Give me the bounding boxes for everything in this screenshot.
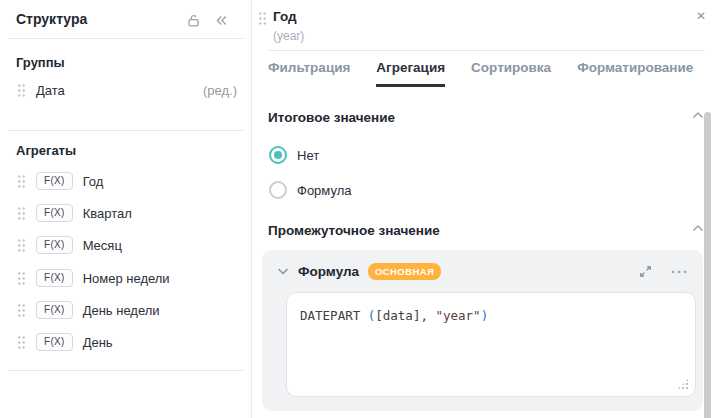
tab-bar: Фильтрация Агрегация Сортировка Форматир…	[268, 60, 693, 87]
chevron-down-icon[interactable]	[277, 267, 289, 276]
field-editor-panel: Год (year) ✕ Фильтрация Агрегация Сортир…	[251, 0, 717, 418]
chevron-up-icon[interactable]	[692, 111, 704, 120]
group-row-data[interactable]: Дата (ред.)	[17, 80, 237, 100]
radio-unselected-icon[interactable]	[269, 181, 287, 199]
lock-icon[interactable]	[186, 13, 201, 28]
aggregate-row-year[interactable]: F(X) Год	[17, 170, 103, 192]
formula-badge: F(X)	[36, 333, 73, 351]
formula-card-header: Формула ОСНОВНАЯ ···	[262, 250, 703, 280]
drag-handle-icon[interactable]	[17, 174, 26, 188]
aggregate-row-day[interactable]: F(X) День	[17, 331, 113, 353]
formula-badge: F(X)	[36, 204, 73, 222]
intermediate-value-heading: Промежуточное значение	[268, 223, 440, 238]
group-label: Дата	[36, 83, 65, 98]
formula-badge: F(X)	[36, 301, 73, 319]
total-value-heading: Итоговое значение	[268, 110, 395, 125]
divider	[8, 370, 244, 371]
formula-block-title: Формула	[298, 264, 359, 279]
drag-handle-icon[interactable]	[17, 303, 26, 317]
drag-handle-icon[interactable]	[258, 11, 267, 25]
aggregates-heading: Агрегаты	[16, 143, 76, 158]
drag-handle-icon[interactable]	[17, 83, 26, 97]
divider	[8, 38, 244, 39]
formula-badge: F(X)	[36, 236, 73, 254]
panel-scrollbar[interactable]	[704, 112, 711, 418]
resize-grip-icon[interactable]	[677, 378, 689, 390]
tab-sorting[interactable]: Сортировка	[471, 60, 551, 87]
radio-option-formula[interactable]: Формула	[269, 181, 351, 199]
groups-heading: Группы	[16, 55, 65, 70]
aggregate-label: День	[83, 335, 113, 350]
radio-selected-icon[interactable]	[269, 146, 287, 164]
chevron-up-icon[interactable]	[692, 224, 704, 233]
formula-card: Формула ОСНОВНАЯ ··· DATEPART ([data], "…	[262, 250, 703, 411]
divider	[268, 50, 705, 51]
formula-badge: F(X)	[36, 172, 73, 190]
radio-option-none[interactable]: Нет	[269, 146, 319, 164]
drag-handle-icon[interactable]	[17, 206, 26, 220]
formula-code: DATEPART ([data], "year")	[300, 308, 488, 323]
structure-sidebar: Структура Группы Дата (ред.) Агрегаты F(…	[0, 0, 251, 418]
main-badge: ОСНОВНАЯ	[368, 263, 441, 280]
more-options-icon[interactable]: ···	[671, 267, 689, 277]
tab-aggregation[interactable]: Агрегация	[376, 60, 445, 87]
edit-group-link[interactable]: (ред.)	[203, 83, 237, 98]
drag-handle-icon[interactable]	[17, 238, 26, 252]
radio-label: Нет	[297, 148, 319, 163]
aggregate-row-week-number[interactable]: F(X) Номер недели	[17, 267, 170, 289]
aggregate-label: Квартал	[83, 206, 132, 221]
aggregate-row-weekday[interactable]: F(X) День недели	[17, 299, 160, 321]
radio-label: Формула	[297, 183, 351, 198]
aggregate-row-quarter[interactable]: F(X) Квартал	[17, 202, 132, 224]
divider	[8, 130, 244, 131]
sidebar-title: Структура	[16, 11, 87, 27]
panel-title: Год	[273, 9, 297, 24]
field-settings-window: Структура Группы Дата (ред.) Агрегаты F(…	[0, 0, 717, 418]
formula-code-editor[interactable]: DATEPART ([data], "year")	[286, 292, 696, 397]
collapse-sidebar-icon[interactable]	[214, 13, 229, 28]
tab-formatting[interactable]: Форматирование	[577, 60, 693, 87]
tab-filtering[interactable]: Фильтрация	[268, 60, 350, 87]
expand-icon[interactable]	[638, 264, 653, 279]
close-icon[interactable]: ✕	[696, 9, 706, 23]
formula-badge: F(X)	[36, 269, 73, 287]
aggregate-label: День недели	[83, 303, 160, 318]
drag-handle-icon[interactable]	[17, 271, 26, 285]
drag-handle-icon[interactable]	[17, 335, 26, 349]
aggregate-row-month[interactable]: F(X) Месяц	[17, 234, 122, 256]
panel-subtitle: (year)	[273, 29, 304, 43]
aggregate-label: Месяц	[83, 238, 122, 253]
aggregate-label: Номер недели	[83, 271, 170, 286]
aggregate-label: Год	[83, 174, 104, 189]
